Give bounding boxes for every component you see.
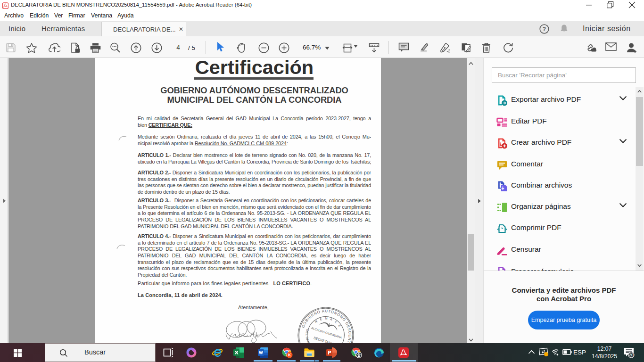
svg-text:K: K [288, 353, 291, 357]
svg-text:SECRETARIA: SECRETARIA [313, 336, 335, 343]
svg-text:GOBIERNO AUTONOMO DESCENTRALIZ: GOBIERNO AUTONOMO DESCENTRALIZADO MUNICI… [296, 305, 355, 343]
svg-text:?: ? [543, 26, 546, 33]
svg-text:20: 20 [629, 353, 634, 357]
